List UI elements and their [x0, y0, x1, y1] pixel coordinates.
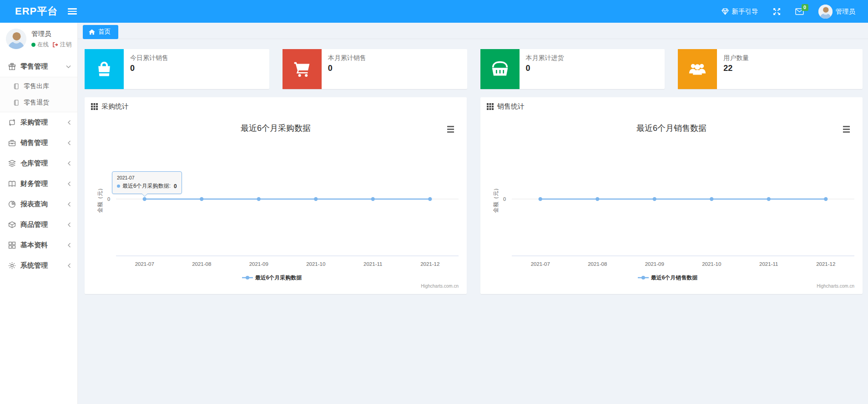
sidebar-toggle-button[interactable] [68, 8, 77, 15]
x-axis-label: 2021-11 [363, 261, 382, 267]
chevron-left-icon [67, 222, 71, 227]
credits-link[interactable]: Highcharts.com.cn [421, 284, 459, 289]
stat-card-value: 0 [328, 64, 366, 73]
book-icon [8, 180, 16, 188]
app-logo[interactable]: ERP平台 [0, 5, 64, 18]
sidebar-item-warehouse[interactable]: 仓库管理 [0, 153, 77, 174]
x-axis-label: 2021-12 [816, 261, 835, 267]
sidebar-item-goods[interactable]: 商品管理 [0, 214, 77, 235]
x-axis-label: 2021-10 [702, 261, 721, 267]
th-grid-icon [91, 103, 98, 110]
data-point-marker[interactable] [314, 197, 318, 201]
y-axis-tick-label: 0 [107, 196, 110, 202]
hamburger-icon [68, 8, 77, 10]
chart-tooltip: 2021-07 最近6个月采购数据: 0 [112, 171, 182, 194]
x-axis-label: 2021-10 [306, 261, 325, 267]
home-icon [89, 29, 95, 35]
stat-card-today-sales[interactable]: 今日累计销售 0 [85, 49, 269, 89]
main-content: 首页 今日累计销售 0 [78, 0, 868, 294]
online-status-label: 在线 [37, 41, 49, 49]
avatar [6, 29, 26, 49]
chart-panels-row: 采购统计 最近6个月采购数据金额（元）02021-072021-082021-0… [85, 97, 863, 294]
sales-chart[interactable]: 最近6个月销售数据金额（元）02021-072021-082021-092021… [485, 115, 858, 294]
chevron-left-icon [67, 243, 71, 248]
fullscreen-button[interactable] [766, 0, 788, 23]
user-menu[interactable]: 管理员 [811, 0, 868, 23]
tooltip-value: 0 [174, 183, 177, 190]
sidebar-menu: 零售管理 零售出库 零售退货 采购管理 [0, 56, 77, 276]
data-point-marker[interactable] [428, 197, 432, 201]
stat-card-value: 22 [723, 64, 749, 73]
messages-button[interactable]: 0 [788, 0, 811, 23]
data-point-marker[interactable] [257, 197, 261, 201]
stat-card-label: 今日累计销售 [130, 54, 168, 62]
user-name: 管理员 [31, 30, 71, 38]
chevron-left-icon [67, 140, 71, 145]
logout-link[interactable]: 注销 [60, 41, 71, 49]
data-point-marker[interactable] [595, 197, 599, 201]
sidebar-item-label: 零售出库 [24, 82, 49, 90]
avatar [818, 5, 833, 19]
tab-home[interactable]: 首页 [83, 25, 118, 39]
stat-card-month-purchase[interactable]: 本月累计进货 0 [480, 49, 665, 89]
data-point-marker[interactable] [539, 197, 542, 201]
credits-link[interactable]: Highcharts.com.cn [817, 284, 854, 289]
guide-link[interactable]: 新手引导 [714, 0, 766, 23]
chevron-left-icon [67, 202, 71, 207]
sales-stats-panel: 销售统计 最近6个月销售数据金额（元）02021-072021-082021-0… [480, 97, 863, 294]
panel-title: 采购统计 [101, 102, 129, 111]
chart-title: 最近6个月销售数据 [636, 124, 707, 133]
sidebar-item-purchase[interactable]: 采购管理 [0, 112, 77, 133]
x-axis-label: 2021-11 [759, 261, 778, 267]
cart-icon [283, 49, 322, 89]
shopping-bag-icon [85, 49, 124, 89]
purchase-chart[interactable]: 最近6个月采购数据金额（元）02021-072021-082021-092021… [89, 115, 462, 294]
hamburger-menu-icon[interactable] [447, 126, 454, 133]
online-status-dot [31, 43, 35, 47]
dashboard-page: 今日累计销售 0 本月累计销售 0 [78, 39, 868, 294]
tooltip-series-dot [117, 185, 120, 188]
stat-card-value: 0 [130, 64, 168, 73]
sidebar-item-retail-outbound[interactable]: 零售出库 [0, 78, 77, 95]
sidebar-item-basic-data[interactable]: 基本资料 [0, 235, 77, 255]
chevron-left-icon [67, 263, 71, 268]
users-icon [678, 49, 717, 89]
stat-card-label: 用户数量 [723, 54, 749, 62]
sidebar-item-label: 零售管理 [20, 62, 48, 71]
sidebar-item-retail-return[interactable]: 零售退货 [0, 95, 77, 111]
stat-card-month-sales[interactable]: 本月累计销售 0 [283, 49, 467, 89]
data-point-marker[interactable] [653, 197, 656, 201]
data-point-marker[interactable] [143, 197, 146, 201]
data-point-marker[interactable] [200, 197, 203, 201]
gift-icon [8, 63, 16, 70]
pie-chart-icon [8, 200, 16, 208]
stat-card-user-count[interactable]: 用户数量 22 [678, 49, 863, 89]
data-point-marker[interactable] [710, 197, 713, 201]
guide-label: 新手引导 [732, 7, 758, 16]
hamburger-menu-icon[interactable] [843, 126, 850, 133]
data-point-marker[interactable] [371, 197, 375, 201]
sidebar-item-sales[interactable]: 销售管理 [0, 133, 77, 153]
fullscreen-icon [773, 8, 781, 15]
sidebar-item-retail[interactable]: 零售管理 [0, 56, 77, 77]
chevron-left-icon [67, 161, 71, 166]
data-point-marker[interactable] [824, 197, 828, 201]
sidebar-item-reports[interactable]: 报表查询 [0, 194, 77, 214]
legend[interactable]: 最近6个月采购数据 [242, 274, 302, 281]
tooltip-series-label: 最近6个月采购数据: [122, 182, 171, 190]
journal-icon [13, 100, 20, 106]
x-axis-label: 2021-12 [420, 261, 439, 267]
navbar-right: 新手引导 0 [714, 0, 868, 23]
tooltip-category: 2021-07 [117, 175, 177, 180]
panel-header: 采购统计 [85, 97, 467, 115]
sidebar-item-system[interactable]: 系统管理 [0, 255, 77, 276]
data-point-marker[interactable] [767, 197, 771, 201]
th-grid-icon [487, 103, 494, 110]
sidebar-item-finance[interactable]: 财务管理 [0, 174, 77, 194]
panel-title: 销售统计 [497, 102, 525, 111]
layers-icon [8, 160, 16, 167]
legend[interactable]: 最近6个月销售数据 [638, 274, 697, 281]
y-axis-title: 金额（元） [493, 185, 499, 213]
x-axis-label: 2021-07 [531, 261, 550, 267]
sidebar-item-label: 商品管理 [20, 220, 48, 229]
